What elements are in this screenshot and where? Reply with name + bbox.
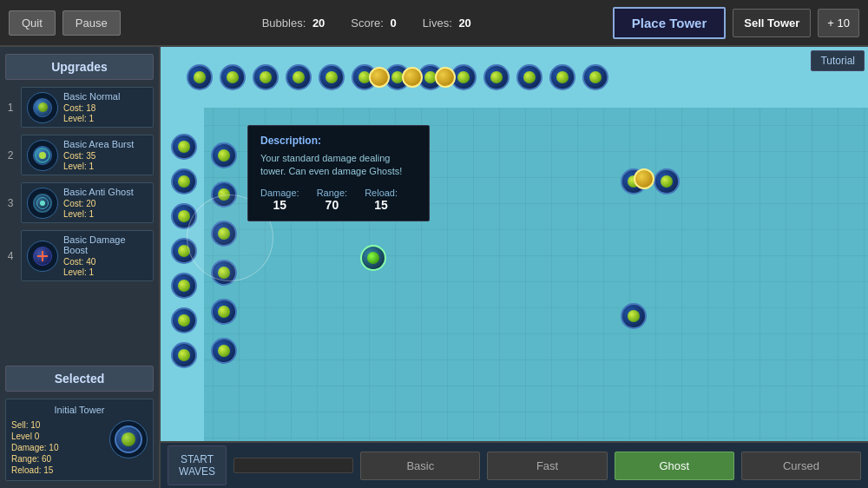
placed-tower-6[interactable] <box>211 338 237 364</box>
selected-body: Sell: 10 Level 0 Damage: 10 Range: 60 Re… <box>11 420 148 475</box>
selected-title: Selected <box>5 366 154 392</box>
upgrade-num-1: 1 <box>5 102 16 114</box>
upgrades-title: Upgrades <box>5 54 154 80</box>
tower-left-1[interactable] <box>171 134 197 160</box>
upgrade-card-4[interactable]: Basic Damage Boost Cost: 40 Level: 1 <box>21 230 154 281</box>
tooltip-damage: Damage: 15 <box>260 188 299 212</box>
selected-stats: Sell: 10 Level 0 Damage: 10 Range: 60 Re… <box>11 420 102 475</box>
wave-type-fast[interactable]: Fast <box>487 452 607 480</box>
tower-5[interactable] <box>319 64 345 90</box>
start-waves-button[interactable]: START WAVES <box>168 445 227 486</box>
left-panel: Upgrades 1 Basic Normal Cost: 18 Level: … <box>0 47 161 488</box>
stats-bar: Bubbles: 20 Score: 0 Lives: 20 <box>128 16 606 30</box>
tower-13[interactable] <box>582 64 608 90</box>
tooltip-title: Description: <box>260 135 417 147</box>
upgrade-name-4: Basic Damage Boost <box>63 234 148 255</box>
top-bar: Quit Pause Bubbles: 20 Score: 0 Lives: 2… <box>0 0 868 47</box>
placed-tower-1[interactable] <box>211 142 237 168</box>
tooltip-reload: Reload: 15 <box>365 188 398 212</box>
upgrades-section: Upgrades 1 Basic Normal Cost: 18 Level: … <box>0 47 159 295</box>
upgrade-row-2: 2 Basic Area Burst Cost: 35 Level: 1 <box>5 135 154 175</box>
sell-tower-button[interactable]: Sell Tower <box>733 9 811 37</box>
selected-card: Initial Tower Sell: 10 Level 0 Damage: 1… <box>5 399 154 481</box>
upgrade-num-2: 2 <box>5 149 16 162</box>
pause-button[interactable]: Pause <box>62 10 121 36</box>
score-stat: Score: 0 <box>351 16 396 30</box>
upgrade-icon-1 <box>27 92 58 123</box>
enemy-1 <box>369 67 390 88</box>
wave-empty-slot <box>233 458 353 473</box>
tutorial-button[interactable]: Tutorial <box>811 50 865 71</box>
tooltip-range: Range: 70 <box>317 188 347 212</box>
right-tower-2[interactable] <box>654 168 680 195</box>
tower-tooltip: Description: Your standard damage dealin… <box>247 125 430 221</box>
tooltip-description: Your standard damage dealing tower. Can … <box>260 152 417 179</box>
upgrade-num-3: 3 <box>5 197 16 209</box>
lives-stat: Lives: 20 <box>423 16 471 30</box>
bubbles-stat: Bubbles: 20 <box>262 16 326 30</box>
placed-tower-5[interactable] <box>211 299 237 325</box>
upgrade-card-1[interactable]: Basic Normal Cost: 18 Level: 1 <box>21 87 154 128</box>
upgrade-info-1: Basic Normal Cost: 18 Level: 1 <box>63 91 148 123</box>
placed-tower-4[interactable] <box>211 260 237 286</box>
tower-left-3[interactable] <box>171 203 197 229</box>
bottom-bar: START WAVES Basic Fast Ghost Cursed <box>161 441 868 488</box>
wave-type-basic[interactable]: Basic <box>360 452 480 480</box>
tower-left-5[interactable] <box>171 273 197 299</box>
upgrade-info-4: Basic Damage Boost Cost: 40 Level: 1 <box>63 234 148 277</box>
upgrade-card-2[interactable]: Basic Area Burst Cost: 35 Level: 1 <box>21 135 154 175</box>
tower-left-6[interactable] <box>171 307 197 333</box>
selected-tower[interactable] <box>360 245 386 271</box>
place-tower-button[interactable]: Place Tower <box>613 7 726 39</box>
upgrade-row-3: 3 Basic Anti Ghost Cost: 20 Level: 1 <box>5 182 154 223</box>
upgrade-name-3: Basic Anti Ghost <box>63 187 148 197</box>
tower-left-2[interactable] <box>171 168 197 195</box>
upgrade-info-3: Basic Anti Ghost Cost: 20 Level: 1 <box>63 187 148 219</box>
game-area[interactable]: Tutorial Description: <box>161 47 868 441</box>
bt-tower-1[interactable] <box>621 303 647 329</box>
upgrade-num-4: 4 <box>5 250 16 262</box>
upgrade-info-2: Basic Area Burst Cost: 35 Level: 1 <box>63 139 148 171</box>
quit-button[interactable]: Quit <box>9 10 56 36</box>
upgrade-row-1: 1 Basic Normal Cost: 18 Level: 1 <box>5 87 154 128</box>
tooltip-stats: Damage: 15 Range: 70 Reload: 15 <box>260 188 417 212</box>
selected-tower-name: Initial Tower <box>11 405 148 415</box>
upgrade-name-2: Basic Area Burst <box>63 139 148 149</box>
placed-tower-3[interactable] <box>211 221 237 247</box>
tower-1[interactable] <box>187 64 213 90</box>
upgrade-icon-4 <box>27 241 58 272</box>
tower-left-7[interactable] <box>171 342 197 368</box>
selected-tower-icon <box>109 420 148 458</box>
selected-section: Selected Initial Tower Sell: 10 Level 0 … <box>0 359 159 488</box>
enemy-right-1 <box>634 168 654 189</box>
placed-tower-2[interactable] <box>211 181 237 208</box>
tower-12[interactable] <box>549 64 575 90</box>
upgrade-name-1: Basic Normal <box>63 91 148 102</box>
upgrade-stats-1: Cost: 18 Level: 1 <box>63 103 148 123</box>
wave-type-cursed[interactable]: Cursed <box>741 452 861 480</box>
tower-10[interactable] <box>483 64 510 90</box>
tower-left-4[interactable] <box>171 238 197 264</box>
tower-2[interactable] <box>220 64 246 90</box>
enemy-3 <box>435 67 456 88</box>
upgrade-icon-2 <box>27 140 58 171</box>
upgrade-card-3[interactable]: Basic Anti Ghost Cost: 20 Level: 1 <box>21 182 154 223</box>
upgrade-row-4: 4 Basic Damage Boost Cost: 40 Level: 1 <box>5 230 154 281</box>
tower-3[interactable] <box>253 64 279 90</box>
plus-ten-button[interactable]: + 10 <box>818 9 859 37</box>
tower-4[interactable] <box>286 64 312 90</box>
enemy-2 <box>402 67 423 88</box>
tower-11[interactable] <box>516 64 542 90</box>
wave-type-ghost[interactable]: Ghost <box>615 452 734 480</box>
upgrade-icon-3 <box>27 188 58 219</box>
